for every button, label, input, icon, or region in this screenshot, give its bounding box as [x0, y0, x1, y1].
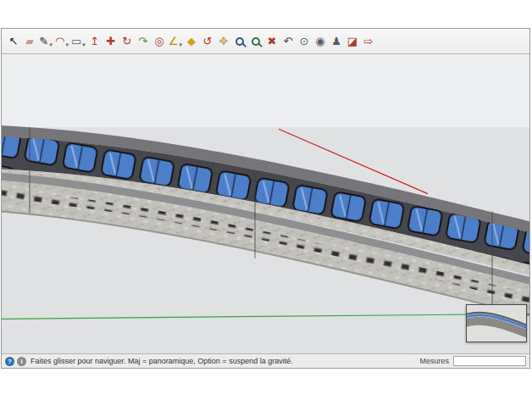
- zoom-window-icon: [252, 37, 260, 46]
- statusbar: ?i Faites glisser pour naviguer. Maj = p…: [2, 353, 529, 368]
- tool-rectangle-button[interactable]: ▭▾: [70, 31, 86, 52]
- viewport: [2, 54, 529, 353]
- model-preview-image: [467, 305, 526, 342]
- tool-move-button[interactable]: ✚: [103, 31, 119, 52]
- statusbar-icons: ?i: [5, 357, 26, 366]
- tape-measure-icon: ∠: [169, 36, 179, 47]
- arc-dropdown-caret-icon[interactable]: ▾: [65, 42, 69, 52]
- arc-icon: ◠: [55, 36, 64, 47]
- tool-section-plane-button[interactable]: ◪: [345, 31, 360, 52]
- zoom-icon: [236, 37, 244, 46]
- tape-measure-dropdown-caret-icon[interactable]: ▾: [179, 42, 182, 52]
- info-icon[interactable]: i: [17, 357, 26, 366]
- move-icon: ✚: [106, 36, 115, 47]
- offset-icon: ◎: [154, 36, 163, 47]
- walk-icon: ♟: [331, 36, 341, 47]
- select-icon: ↖: [9, 36, 19, 47]
- tool-export-button[interactable]: ⇨: [361, 31, 376, 52]
- tool-offset-button[interactable]: ◎: [152, 31, 167, 52]
- tool-arc-button[interactable]: ◠▾: [54, 31, 69, 52]
- line-icon: ✎: [39, 36, 48, 47]
- tool-zoom-button[interactable]: [232, 31, 247, 52]
- tool-position-camera-button[interactable]: ⊙: [296, 31, 312, 52]
- tool-zoom-window-button[interactable]: [248, 31, 263, 52]
- previous-view-icon: ↶: [284, 36, 293, 47]
- tool-walk-button[interactable]: ♟: [329, 31, 344, 52]
- push-pull-icon: ↥: [90, 36, 99, 47]
- model-preview-thumbnail[interactable]: [466, 304, 527, 342]
- paint-bucket-icon: ◆: [187, 36, 196, 47]
- tool-push-pull-button[interactable]: ↥: [87, 31, 103, 52]
- rectangle-icon: ▭: [71, 36, 81, 47]
- follow-me-icon: ↷: [138, 36, 147, 47]
- viewport-canvas[interactable]: [2, 54, 529, 353]
- section-plane-icon: ◪: [347, 36, 357, 47]
- tool-follow-me-button[interactable]: ↷: [136, 31, 151, 52]
- measurements-label: Mesures: [419, 357, 449, 365]
- position-camera-icon: ⊙: [300, 36, 309, 47]
- orbit-icon: ↺: [203, 36, 213, 47]
- tool-pan-button[interactable]: ✥: [216, 31, 231, 52]
- tool-zoom-extents-button[interactable]: ✖: [264, 31, 280, 52]
- toolbar: ↖▰✎▾◠▾▭▾↥✚↻↷◎∠▾◆↺✥✖↶⊙◉♟◪⇨: [2, 29, 529, 54]
- sky-background: [2, 54, 529, 127]
- tool-paint-bucket-button[interactable]: ◆: [184, 31, 199, 52]
- line-dropdown-caret-icon[interactable]: ▾: [49, 42, 53, 52]
- measurements-input[interactable]: [453, 356, 526, 366]
- tool-look-around-button[interactable]: ◉: [313, 31, 328, 52]
- pan-icon: ✥: [219, 36, 229, 47]
- tool-eraser-button[interactable]: ▰: [22, 31, 37, 52]
- help-icon[interactable]: ?: [5, 357, 14, 366]
- eraser-icon: ▰: [25, 36, 34, 47]
- zoom-extents-icon: ✖: [268, 36, 277, 47]
- rectangle-dropdown-caret-icon[interactable]: ▾: [82, 42, 86, 52]
- tool-line-button[interactable]: ✎▾: [38, 31, 53, 52]
- look-around-icon: ◉: [315, 36, 324, 47]
- rotate-icon: ↻: [122, 36, 131, 47]
- export-icon: ⇨: [364, 36, 374, 47]
- tool-rotate-button[interactable]: ↻: [119, 31, 135, 52]
- statusbar-hint: Faites glisser pour naviguer. Maj = pano…: [30, 357, 293, 365]
- tool-tape-measure-button[interactable]: ∠▾: [168, 31, 183, 52]
- tool-previous-view-button[interactable]: ↶: [280, 31, 296, 52]
- tool-orbit-button[interactable]: ↺: [200, 31, 215, 52]
- tool-select-button[interactable]: ↖: [6, 31, 21, 52]
- sketchup-window: ↖▰✎▾◠▾▭▾↥✚↻↷◎∠▾◆↺✥✖↶⊙◉♟◪⇨: [1, 28, 530, 369]
